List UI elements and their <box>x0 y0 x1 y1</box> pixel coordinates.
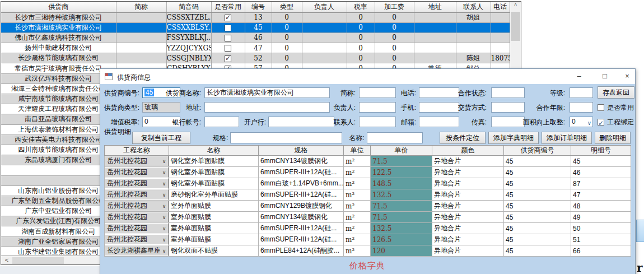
supplier-cell[interactable] <box>491 43 510 53</box>
grade-field[interactable] <box>570 87 593 98</box>
detail-cell[interactable]: m² <box>344 167 371 178</box>
supplier-cell[interactable] <box>116 43 166 53</box>
supplier-cell[interactable]: 52 <box>245 53 272 63</box>
detail-row[interactable]: 岳州北控花园∨钢化室外单面贴膜6mmCNY134镀膜钢化m²71.5异地合片45… <box>105 156 631 167</box>
detail-cell[interactable]: 6mmCNY129B镀膜钢化 <box>259 201 344 212</box>
detail-row[interactable]: 岳州北控花园∨钢化室外单面贴膜6mm白玻+1.14PVB+6mm...m²148… <box>105 178 631 189</box>
chevron-down-icon[interactable]: ∨ <box>160 181 168 187</box>
detail-cell[interactable]: 异地合片 <box>432 234 504 245</box>
supplier-cell[interactable]: 0 <box>272 32 302 43</box>
detail-cell[interactable]: 51 <box>571 234 631 245</box>
detail-cell[interactable]: 45 <box>504 234 571 245</box>
detail-cell[interactable]: 岳州北控花园∨ <box>105 189 169 201</box>
detail-cell[interactable]: 120 <box>371 245 432 257</box>
detail-cell[interactable]: 71.5 <box>371 212 432 223</box>
supplier-cell[interactable]: 长沙晟格节能玻璃有限公司 <box>1 53 116 63</box>
supplier-cell[interactable] <box>211 53 245 63</box>
supplier-row[interactable]: 长沙晟格节能玻璃有限公司CSSGJNBLYXGS52000陈姐180751 <box>1 53 510 63</box>
project-combobox[interactable]: 岳州北控花园 <box>105 212 160 222</box>
supplier-cell[interactable]: 扬州中勤建材有限公司 <box>1 43 116 53</box>
supplier-cell[interactable] <box>414 12 456 22</box>
detail-cell[interactable]: m² <box>344 245 371 257</box>
supplier-cell[interactable] <box>116 32 166 43</box>
address-field[interactable] <box>204 102 330 113</box>
supplier-cell[interactable] <box>414 43 456 53</box>
supplier-cell[interactable]: CSSSXTZBL... <box>166 12 211 22</box>
common-checkbox[interactable] <box>225 25 231 31</box>
detail-cell[interactable]: 47 <box>571 189 631 201</box>
chevron-down-icon[interactable]: ∨ <box>160 192 168 198</box>
supplier-cell[interactable]: 0 <box>347 12 375 22</box>
supplier-cell[interactable] <box>302 43 347 53</box>
supplier-cell[interactable] <box>414 32 456 43</box>
supplier-cell[interactable]: 180751 <box>491 53 510 63</box>
scroll-left-icon[interactable]: < <box>2 257 11 264</box>
dialog-titlebar[interactable]: 供货商信息 – □ × <box>100 69 635 84</box>
detail-cell[interactable]: 45 <box>504 167 571 178</box>
supplier-cell[interactable]: 13 <box>245 12 272 22</box>
supplier-cell[interactable] <box>211 22 245 32</box>
detail-cell[interactable]: 46 <box>571 167 631 178</box>
supplier-row[interactable]: 长沙市潇湘玻璃实业有限公司CSSXXBLSY...45000 <box>1 22 510 32</box>
detail-cell[interactable]: 87 <box>571 178 631 189</box>
supplier-cell[interactable] <box>302 12 347 22</box>
supplier-cell[interactable]: 常德市昊宇玻璃有限责任公司 <box>1 63 116 73</box>
checkbox-checked-icon[interactable] <box>598 119 604 126</box>
supplier-cell[interactable]: 东晶玻璃厦门有限公司 <box>1 155 116 165</box>
detail-cell[interactable]: 132.5 <box>371 189 432 201</box>
supplier-cell[interactable]: 0 <box>272 22 302 32</box>
detail-cell[interactable]: 45 <box>504 245 571 257</box>
supplier-cell[interactable]: 45 <box>245 22 272 32</box>
detail-cell[interactable]: 122.5 <box>371 167 432 178</box>
detail-cell[interactable]: 岳州北控花园∨ <box>105 234 169 245</box>
supplier-cell[interactable] <box>414 22 456 32</box>
detail-cell[interactable]: m² <box>344 201 371 212</box>
supplier-cell[interactable]: 0 <box>375 22 414 32</box>
detail-cell[interactable]: 岳州北控花园∨ <box>105 223 169 234</box>
detail-row[interactable]: 岳州北控花园∨室外单面贴膜6mmCNY129B镀膜钢化m²71.5异地合片454… <box>105 201 631 212</box>
supplier-cell[interactable]: 0 <box>347 53 375 63</box>
detail-cell[interactable]: 钢化室外单面贴膜 <box>169 156 259 167</box>
supplier-cell[interactable]: 0 <box>272 43 302 53</box>
project-combobox[interactable]: 岳州北控花园 <box>105 190 160 199</box>
supplier-cell[interactable]: 陈姐 <box>456 53 491 63</box>
detail-row[interactable]: 岳州北控花园∨钢化室外单面贴膜6mmSUPER-III+12A(硅...m²12… <box>105 167 631 178</box>
detail-cell[interactable]: 71.5 <box>371 201 432 212</box>
supplier-cell[interactable]: CSSGJNBLYXGS <box>166 53 211 63</box>
supplier-cell[interactable]: 湖南广亚全铝家居有限公司 <box>1 236 116 247</box>
detail-cell[interactable]: 异地合片 <box>432 178 504 189</box>
supplier-cell[interactable]: 山东南山铝业股份有限公司 <box>1 185 116 196</box>
detail-cell[interactable]: 岳州北控花园∨ <box>105 212 169 223</box>
detail-cell[interactable]: 钢化室外单面贴膜 <box>169 167 259 178</box>
project-bind-checkbox[interactable]: 工程绑定 <box>598 117 634 128</box>
supplier-cell[interactable]: 天津耀皮工程玻璃有限公司 <box>1 104 116 114</box>
manager-field[interactable] <box>359 102 396 113</box>
vertical-scroll-thumb[interactable] <box>511 12 520 41</box>
minimize-button[interactable]: – <box>571 69 587 84</box>
detail-cell[interactable]: 岳州北控花园∨ <box>105 167 169 178</box>
project-combobox[interactable]: 岳州北控花园 <box>105 168 160 177</box>
detail-row[interactable]: 岳州北控花园∨室外单面贴膜6mmSUPER-III+12A(硅...m²126.… <box>105 234 631 245</box>
supplier-cell[interactable]: 0 <box>272 53 302 63</box>
supplier-cell[interactable] <box>211 12 245 22</box>
detail-cell[interactable]: 6mmPLE84+12A(硅酮胶... <box>259 245 344 257</box>
project-combobox[interactable]: 岳州北控花园 <box>105 156 160 166</box>
detail-cell[interactable]: 6mmSUPER-III+12A(硅... <box>259 234 344 245</box>
supplier-row[interactable]: 扬州中勤建材有限公司YZZQJCYXGS47000 <box>1 43 510 53</box>
common-checkbox[interactable] <box>225 35 231 41</box>
supplier-cell[interactable]: 长沙市三湘特种玻璃有限公司 <box>1 12 116 22</box>
supplier-cell[interactable]: 佛山市亿鑫玻璃科技有限公司 <box>1 32 116 43</box>
bank-account-field[interactable] <box>204 117 239 127</box>
supplier-cell[interactable] <box>302 22 347 32</box>
project-combobox[interactable]: 岳州北控花园 <box>105 224 160 233</box>
supplier-cell[interactable]: 0 <box>347 32 375 43</box>
supplier-cell[interactable] <box>211 43 245 53</box>
chevron-down-icon[interactable]: ∨ <box>160 159 168 164</box>
detail-cell[interactable]: 48 <box>571 201 631 212</box>
supplier-cell[interactable] <box>116 12 166 22</box>
add-dictionary-detail-button[interactable]: 添加字典明细 <box>488 132 539 144</box>
supplier-cell[interactable]: 西安佳吉美电力科技有限公司 <box>1 134 116 145</box>
maximize-button[interactable]: □ <box>596 69 613 84</box>
detail-cell[interactable]: 钢化室外单面贴膜 <box>169 178 259 189</box>
detail-cell[interactable]: 室外单面贴膜 <box>169 212 259 223</box>
